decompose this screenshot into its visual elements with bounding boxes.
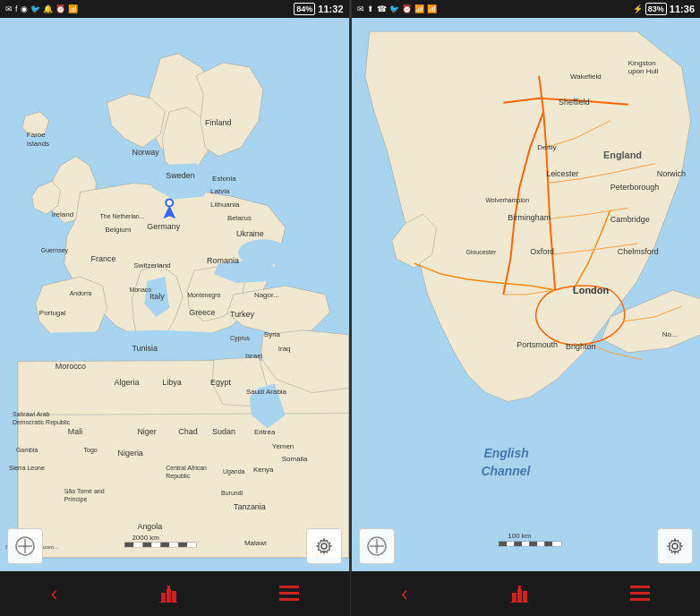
svg-text:Lithuania: Lithuania (210, 201, 240, 209)
svg-text:Republic: Republic (166, 473, 191, 480)
svg-rect-134 (630, 586, 650, 588)
svg-text:Brighton: Brighton (566, 342, 595, 351)
svg-rect-129 (512, 593, 516, 602)
svg-rect-109 (522, 542, 529, 546)
svg-rect-121 (161, 593, 166, 602)
svg-rect-125 (167, 586, 170, 589)
svg-text:Turkey: Turkey (230, 310, 255, 319)
svg-text:Belgium: Belgium (106, 226, 132, 234)
svg-text:Cambridge: Cambridge (610, 215, 649, 224)
svg-text:Morocco: Morocco (55, 362, 86, 371)
svg-text:Gambia: Gambia (16, 447, 38, 453)
back-button-1[interactable]: ‹ (43, 574, 64, 613)
svg-rect-124 (159, 602, 177, 603)
status-icons-left-2: ✉ ⬆ ☎ 🐦 ⏰ 📶 📶 (357, 4, 437, 13)
svg-text:Sahrawi Arab: Sahrawi Arab (13, 411, 50, 417)
svg-text:Tunisia: Tunisia (132, 344, 158, 353)
svg-rect-112 (544, 542, 552, 546)
svg-text:Sudan: Sudan (212, 427, 235, 436)
svg-text:English: English (483, 446, 528, 460)
gear-icon-2 (666, 537, 684, 555)
menu-icon-1 (279, 586, 299, 602)
city-icon-1 (158, 584, 178, 603)
svg-text:Kenya: Kenya (253, 466, 274, 474)
svg-rect-69 (142, 543, 151, 547)
svg-rect-74 (187, 543, 196, 547)
svg-text:Syria: Syria (264, 330, 281, 338)
message-icon: ✉ (5, 4, 13, 13)
svg-rect-132 (510, 602, 528, 603)
svg-text:Oxford: Oxford (530, 247, 554, 256)
svg-point-115 (375, 544, 379, 548)
svg-text:Sweden: Sweden (166, 171, 194, 180)
svg-text:São Tomé and: São Tomé and (64, 488, 105, 494)
svg-text:London: London (573, 285, 609, 295)
svg-rect-111 (537, 542, 544, 546)
svg-rect-122 (166, 589, 171, 602)
location-icon: ◉ (21, 4, 28, 13)
menu-button-1[interactable] (272, 578, 306, 609)
svg-text:Gloucester: Gloucester (465, 249, 496, 255)
menu-icon-2 (630, 586, 650, 602)
map-europe[interactable]: Faroe Islands Finland Norway Sweden Esto… (0, 18, 349, 571)
phone-icon-2: ☎ (377, 4, 387, 13)
svg-text:England: England (602, 150, 641, 160)
nav-bar-2: ‹ (351, 571, 701, 616)
menu-button-2[interactable] (623, 578, 657, 609)
battery-2: 83% (645, 3, 667, 15)
svg-rect-123 (172, 591, 176, 602)
svg-rect-73 (178, 543, 187, 547)
svg-text:Central African: Central African (166, 465, 207, 471)
svg-point-4 (166, 200, 172, 205)
svg-text:Wolverhampton: Wolverhampton (485, 197, 529, 204)
city-button-2[interactable] (502, 577, 536, 611)
svg-text:Islands: Islands (27, 140, 49, 148)
status-bar-2: ✉ ⬆ ☎ 🐦 ⏰ 📶 📶 ⚡ 83% 11:36 (352, 0, 701, 18)
city-button-1[interactable] (151, 577, 185, 611)
svg-text:Uganda: Uganda (223, 468, 245, 475)
compass-button-2[interactable] (359, 528, 395, 564)
twitter-icon-2: 🐦 (389, 4, 399, 13)
svg-rect-110 (529, 542, 537, 546)
svg-text:upon Hull: upon Hull (627, 67, 658, 75)
svg-rect-136 (630, 598, 650, 601)
charging-icon: ⚡ (633, 4, 643, 13)
svg-text:Norwich: Norwich (656, 169, 685, 178)
svg-text:Mali: Mali (68, 427, 82, 436)
compass-icon-2 (366, 535, 388, 557)
svg-text:Greece: Greece (189, 308, 215, 317)
svg-rect-108 (514, 542, 522, 546)
svg-point-76 (23, 544, 27, 548)
compass-button[interactable] (7, 528, 43, 564)
svg-text:Wakefield: Wakefield (570, 73, 602, 81)
svg-text:France: France (91, 254, 116, 263)
svg-text:Nigeria: Nigeria (117, 449, 142, 458)
wifi-icon-2: 📶 (414, 4, 424, 13)
svg-text:Sheffield: Sheffield (559, 98, 590, 107)
svg-text:Switzerland: Switzerland (133, 261, 170, 270)
status-right-2: ⚡ 83% 11:36 (633, 3, 695, 15)
svg-rect-128 (279, 598, 299, 601)
svg-text:The Netherlan...: The Netherlan... (100, 213, 145, 219)
settings-button-2[interactable] (657, 528, 693, 564)
city-icon-2 (509, 584, 529, 603)
svg-text:Saudi Arabia: Saudi Arabia (246, 388, 287, 396)
svg-text:Peterborough: Peterborough (610, 183, 658, 192)
svg-text:Monaco: Monaco (129, 287, 151, 293)
svg-text:Birmingham: Birmingham (508, 213, 551, 222)
svg-rect-107 (507, 542, 514, 546)
svg-text:Angola: Angola (137, 522, 162, 531)
status-right-1: 84% 11:32 (294, 3, 343, 15)
svg-text:Montenegro: Montenegro (187, 292, 220, 299)
svg-rect-127 (279, 592, 299, 595)
svg-text:Príncipe: Príncipe (64, 496, 88, 503)
map-england[interactable]: Kingston upon Hull Wakefield Sheffield D… (352, 18, 701, 571)
svg-rect-106 (499, 542, 507, 546)
svg-text:Guernsey: Guernsey (41, 247, 69, 254)
back-button-2[interactable]: ‹ (394, 574, 415, 613)
svg-text:Estonia: Estonia (212, 175, 236, 183)
svg-rect-67 (124, 543, 133, 547)
svg-text:Portugal: Portugal (39, 309, 66, 317)
svg-rect-72 (169, 543, 178, 547)
settings-button-1[interactable] (306, 528, 342, 564)
